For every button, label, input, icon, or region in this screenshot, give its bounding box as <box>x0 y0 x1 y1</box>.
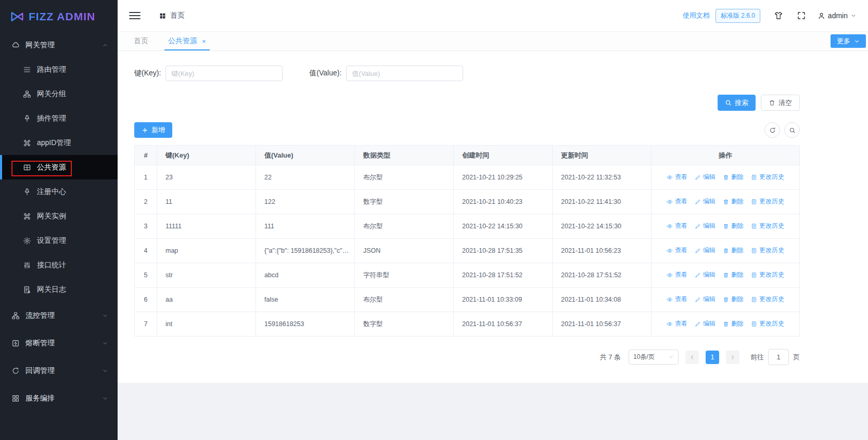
action-delete[interactable]: 删除 <box>723 270 744 279</box>
sidebar-item-route-mgmt[interactable]: 路由管理 <box>0 57 118 82</box>
action-delete[interactable]: 删除 <box>723 197 744 206</box>
logs-icon <box>23 286 31 294</box>
action-history[interactable]: 更改历史 <box>751 197 784 206</box>
user-menu[interactable]: admin <box>818 11 857 20</box>
cell-type: 字符串型 <box>355 263 454 288</box>
tab-home[interactable]: 首页 <box>124 32 158 50</box>
sidebar-item-api-stats[interactable]: 接口统计 <box>0 253 118 277</box>
sidebar-item-service-orchestration[interactable]: 服务编排 <box>0 384 118 412</box>
route-list-icon <box>23 66 31 74</box>
cell-key: int <box>157 312 256 337</box>
cell-actions: 查看编辑删除更改历史 <box>652 214 800 239</box>
cell-index: 7 <box>135 312 157 337</box>
more-button-label: 更多 <box>837 36 850 46</box>
action-view[interactable]: 查看 <box>667 173 687 182</box>
action-delete[interactable]: 删除 <box>723 246 744 255</box>
eye-icon <box>667 223 673 229</box>
search-button[interactable]: 搜索 <box>718 95 756 111</box>
action-history[interactable]: 更改历史 <box>751 270 784 279</box>
doc-link[interactable]: 使用文档 <box>683 11 710 20</box>
column-header: 数据类型 <box>355 146 454 165</box>
tab-public-resource[interactable]: 公共资源 × <box>158 32 216 50</box>
sidebar-item-appid-mgmt[interactable]: appID管理 <box>0 131 118 155</box>
action-label: 删除 <box>731 173 744 182</box>
content-panel: 键(Key): 值(Value): 搜索 <box>118 51 868 383</box>
action-history[interactable]: 更改历史 <box>751 295 784 304</box>
sidebar-item-settings-mgmt[interactable]: 设置管理 <box>0 228 118 253</box>
action-edit[interactable]: 编辑 <box>695 319 716 328</box>
command-icon <box>23 139 31 147</box>
more-button[interactable]: 更多 <box>831 34 866 48</box>
sidebar-item-circuit-breaker[interactable]: 熔断管理 <box>0 329 118 357</box>
sidebar-item-callback-mgmt[interactable]: 回调管理 <box>0 357 118 384</box>
sidebar-item-gateway-logs[interactable]: 网关日志 <box>0 277 118 302</box>
action-label: 删除 <box>731 270 744 279</box>
sidebar-item-flow-control[interactable]: 流控管理 <box>0 302 118 329</box>
page-size-select[interactable]: 10条/页 <box>629 350 679 365</box>
stats-icon <box>23 261 31 269</box>
action-edit[interactable]: 编辑 <box>695 270 716 279</box>
action-view[interactable]: 查看 <box>667 246 687 255</box>
prev-page-button[interactable] <box>685 351 699 364</box>
menu-toggle-icon[interactable] <box>129 12 141 19</box>
action-history[interactable]: 更改历史 <box>751 246 784 255</box>
breadcrumb[interactable]: 首页 <box>159 11 185 20</box>
sidebar-item-gateway-mgmt[interactable]: 网关管理 <box>0 33 118 57</box>
action-history[interactable]: 更改历史 <box>751 222 784 230</box>
action-edit[interactable]: 编辑 <box>695 246 716 255</box>
cell-actions: 查看编辑删除更改历史 <box>652 312 800 337</box>
column-search-button[interactable] <box>784 122 800 138</box>
cell-updated: 2021-11-01 10:34:08 <box>553 288 652 312</box>
brand-logo[interactable]: FIZZ ADMIN <box>0 0 118 33</box>
history-icon <box>751 174 757 180</box>
command-icon <box>23 212 31 221</box>
action-history[interactable]: 更改历史 <box>751 173 784 182</box>
cell-type: JSON <box>355 239 454 263</box>
action-view[interactable]: 查看 <box>667 319 687 328</box>
eye-icon <box>667 296 673 303</box>
goto-page-input[interactable] <box>768 349 789 365</box>
version-badge[interactable]: 标准版 2.6.0 <box>716 9 760 23</box>
value-input[interactable] <box>346 66 463 81</box>
cell-index: 4 <box>135 239 157 263</box>
user-icon <box>818 12 825 20</box>
chevron-down-icon <box>102 340 108 346</box>
key-input[interactable] <box>165 66 283 81</box>
theme-tshirt-icon[interactable] <box>774 11 783 20</box>
sidebar-item-gateway-instance[interactable]: 网关实例 <box>0 204 118 228</box>
page-suffix: 页 <box>793 353 800 362</box>
sidebar-item-plugin-mgmt[interactable]: 插件管理 <box>0 106 118 131</box>
action-delete[interactable]: 删除 <box>723 319 744 328</box>
pencil-icon <box>695 272 701 278</box>
action-view[interactable]: 查看 <box>667 295 687 304</box>
action-view[interactable]: 查看 <box>667 222 687 230</box>
fullscreen-icon[interactable] <box>797 11 806 20</box>
cell-index: 1 <box>135 165 157 190</box>
refresh-button[interactable] <box>764 122 780 138</box>
action-label: 删除 <box>731 222 744 230</box>
pencil-icon <box>695 199 701 205</box>
action-label: 查看 <box>675 173 687 182</box>
sidebar-item-public-resource[interactable]: 公共资源 <box>0 155 118 179</box>
action-label: 删除 <box>731 197 744 206</box>
action-view[interactable]: 查看 <box>667 270 687 279</box>
add-button[interactable]: 新增 <box>134 122 172 138</box>
page-number-current[interactable]: 1 <box>706 351 719 364</box>
action-edit[interactable]: 编辑 <box>695 173 716 182</box>
action-edit[interactable]: 编辑 <box>695 197 716 206</box>
action-view[interactable]: 查看 <box>667 197 687 206</box>
cell-key: aa <box>157 288 256 312</box>
action-edit[interactable]: 编辑 <box>695 222 716 230</box>
column-header: 键(Key) <box>157 146 256 165</box>
eye-icon <box>667 321 673 327</box>
action-delete[interactable]: 删除 <box>723 222 744 230</box>
action-edit[interactable]: 编辑 <box>695 295 716 304</box>
action-delete[interactable]: 删除 <box>723 295 744 304</box>
sidebar-item-gateway-group[interactable]: 网关分组 <box>0 82 118 106</box>
sidebar-item-register-center[interactable]: 注册中心 <box>0 179 118 204</box>
clear-button[interactable]: 清空 <box>761 95 800 111</box>
next-page-button[interactable] <box>726 351 739 364</box>
action-history[interactable]: 更改历史 <box>751 319 784 328</box>
action-delete[interactable]: 删除 <box>723 173 744 182</box>
close-icon[interactable]: × <box>202 38 206 45</box>
